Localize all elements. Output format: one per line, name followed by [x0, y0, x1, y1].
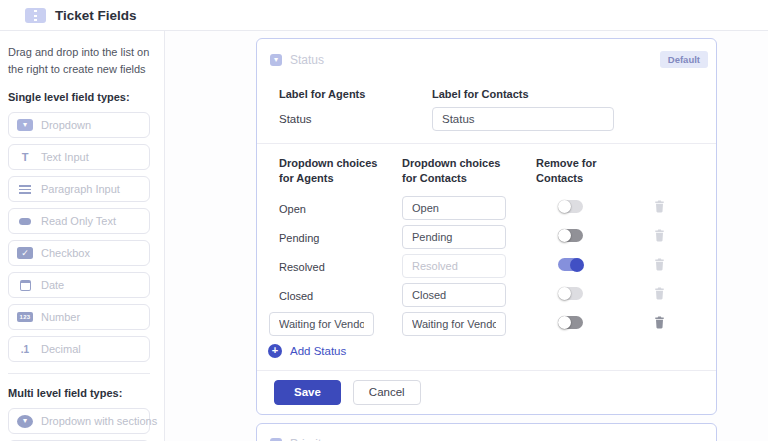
remove-toggle[interactable]	[558, 200, 583, 213]
single-level-list: Dropdown Text Input Paragraph Input Read…	[8, 112, 150, 362]
save-button[interactable]: Save	[274, 380, 341, 405]
label-section: Label for Agents Status Label for Contac…	[257, 68, 716, 143]
number-icon	[17, 312, 33, 322]
field-type-label: Dropdown	[41, 119, 91, 131]
field-type-label: Number	[41, 311, 80, 323]
single-level-heading: Single level field types:	[8, 91, 150, 103]
sidebar-divider	[8, 373, 150, 374]
remove-toggle[interactable]	[558, 287, 583, 300]
field-type-item[interactable]: Checkbox	[8, 240, 150, 266]
contact-choice-input[interactable]	[402, 196, 506, 220]
multi-level-heading: Multi level field types:	[8, 387, 150, 399]
text-input-icon	[17, 150, 33, 164]
field-type-label: Dropdown with sections	[41, 415, 157, 427]
page-title: Ticket Fields	[55, 8, 137, 23]
paragraph-icon	[17, 182, 33, 196]
trash-icon[interactable]	[654, 287, 665, 300]
add-status-button[interactable]: Add Status	[268, 344, 694, 358]
field-types-sidebar: Drag and drop into the list on the right…	[0, 31, 165, 441]
cancel-button[interactable]: Cancel	[353, 380, 421, 405]
status-field-card: Status Default Label for Agents Status L…	[256, 38, 717, 415]
dropdown-icon	[17, 119, 33, 131]
status-choice-row: Closed	[279, 281, 694, 310]
dropdown-field-icon	[270, 54, 282, 66]
field-type-item[interactable]: Read Only Text	[8, 208, 150, 234]
field-type-label: Date	[41, 279, 64, 291]
add-status-label: Add Status	[290, 345, 346, 357]
multi-level-list: Dropdown with sections Nested Dropdowns	[8, 408, 150, 441]
choices-column-headers: Dropdown choices for Agents Dropdown cho…	[279, 156, 694, 186]
field-type-item[interactable]: Paragraph Input	[8, 176, 150, 202]
card-footer: Save Cancel	[257, 370, 716, 414]
status-choice-row	[279, 310, 694, 339]
label-for-contacts-heading: Label for Contacts	[432, 88, 614, 100]
fields-editor-area: Status Default Label for Agents Status L…	[165, 31, 768, 441]
read-only-icon	[17, 214, 33, 228]
contact-choice-input[interactable]	[402, 312, 506, 336]
status-choice-row: Open	[279, 194, 694, 223]
field-type-label: Checkbox	[41, 247, 90, 259]
status-card-header[interactable]: Status Default	[257, 39, 716, 68]
drag-drop-hint: Drag and drop into the list on the right…	[8, 44, 150, 77]
calendar-icon	[17, 278, 33, 292]
remove-toggle[interactable]	[558, 316, 583, 329]
trash-icon[interactable]	[654, 229, 665, 242]
field-type-item[interactable]: Dropdown with sections	[8, 408, 150, 434]
agent-choice-label: Open	[279, 203, 306, 215]
agent-label-value: Status	[279, 113, 432, 125]
field-type-label: Text Input	[41, 151, 89, 163]
field-type-item[interactable]: Text Input	[8, 144, 150, 170]
decimal-icon	[17, 342, 33, 356]
page-header: Ticket Fields	[0, 0, 768, 31]
agent-choice-label: Resolved	[279, 261, 325, 273]
choices-section: Dropdown choices for Agents Dropdown cho…	[257, 144, 716, 358]
checkbox-icon	[17, 247, 33, 259]
field-type-item[interactable]: Date	[8, 272, 150, 298]
field-type-item[interactable]: Number	[8, 304, 150, 330]
field-type-item[interactable]: Decimal	[8, 336, 150, 362]
trash-icon[interactable]	[654, 316, 665, 329]
status-card-title: Status	[290, 53, 324, 67]
agent-choice-label: Pending	[279, 232, 319, 244]
priority-card-header[interactable]: Priority	[257, 424, 716, 441]
agent-choice-label: Closed	[279, 290, 313, 302]
default-badge: Default	[660, 51, 708, 68]
status-choice-row: Pending	[279, 223, 694, 252]
label-for-contacts-input[interactable]	[432, 107, 614, 131]
contact-choice-input[interactable]	[402, 283, 506, 307]
label-for-agents-heading: Label for Agents	[279, 88, 432, 100]
priority-field-card: Priority	[256, 423, 717, 441]
field-type-item[interactable]: Dropdown	[8, 112, 150, 138]
plus-icon	[268, 344, 282, 358]
trash-icon[interactable]	[654, 200, 665, 213]
remove-toggle[interactable]	[558, 258, 583, 271]
field-type-label: Read Only Text	[41, 215, 116, 227]
remove-column-header: Remove for Contacts	[536, 156, 641, 186]
contacts-column-header: Dropdown choices for Contacts	[402, 156, 507, 186]
dropdown-sections-icon	[17, 415, 33, 428]
field-type-label: Paragraph Input	[41, 183, 120, 195]
remove-toggle[interactable]	[558, 229, 583, 242]
ticket-icon	[25, 8, 46, 23]
ticket-fields-page: Ticket Fields Drag and drop into the lis…	[0, 0, 768, 441]
agents-column-header: Dropdown choices for Agents	[279, 156, 384, 186]
trash-icon[interactable]	[654, 258, 665, 271]
choices-list: Open Pending Resolved	[279, 194, 694, 339]
contact-choice-input[interactable]	[402, 254, 506, 278]
agent-choice-input[interactable]	[269, 312, 374, 336]
contact-choice-input[interactable]	[402, 225, 506, 249]
priority-card-title: Priority	[290, 437, 327, 441]
field-type-label: Decimal	[41, 343, 81, 355]
status-choice-row: Resolved	[279, 252, 694, 281]
